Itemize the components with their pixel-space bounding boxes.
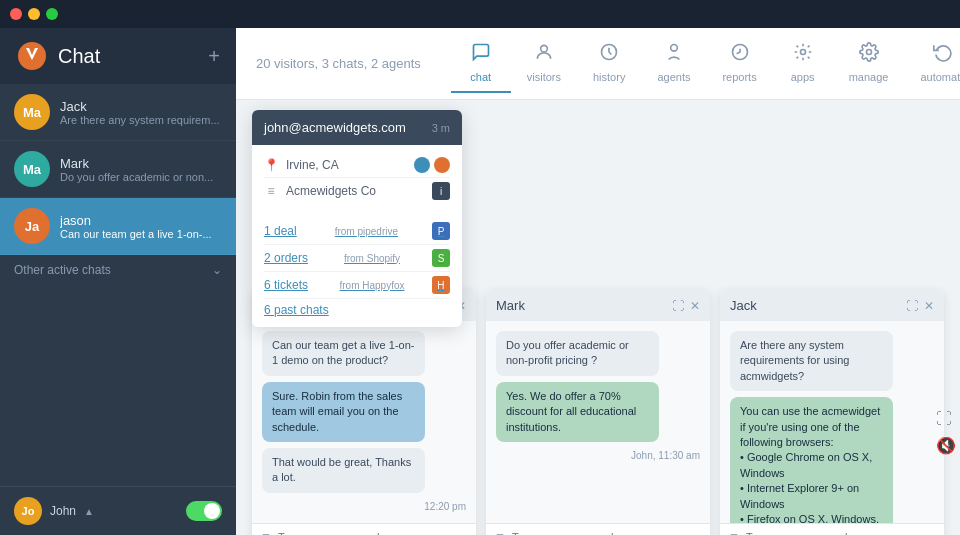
sidebar-footer: Jo John ▲ [0,486,236,535]
add-chat-button[interactable]: + [208,46,220,66]
visitor-card-header: john@acmewidgets.com 3 m [252,110,462,145]
tab-chat-label: chat [470,71,491,83]
visitor-count: 20 visitors, 3 chats, 2 agents [256,56,421,71]
vc-link-deals[interactable]: 1 deal from pipedrive P [264,218,450,245]
chat-item-jack[interactable]: Ma Jack Are there any system requirem... [0,84,236,141]
chat-item-jason[interactable]: Ja jason Can our team get a live 1-on-..… [0,198,236,255]
sidebar-header: Chat + [0,28,236,84]
chat-window-mark-messages: Do you offer academic or non-profit pric… [486,321,710,523]
message: Can our team get a live 1-on-1 demo on t… [262,331,425,376]
browser-icon [414,157,430,173]
apps-icon [793,42,813,67]
input-arrow-icon: ▼ [494,530,506,535]
chat-window-jack-actions: ⛶ ✕ [906,299,934,313]
orders-label: 2 orders [264,251,308,265]
message: You can use the acmewidget if you're usi… [730,397,893,523]
top-nav: 20 visitors, 3 chats, 2 agents chat visi… [236,28,960,100]
visitor-email: john@acmewidgets.com [264,120,406,135]
nav-tabs: chat visitors history [451,34,960,93]
reports-icon [730,42,750,67]
close-icon[interactable]: ✕ [690,299,700,313]
chat-area: john@acmewidgets.com 3 m 📍 Irvine, CA ≡ [236,100,960,535]
visitor-time: 3 m [432,122,450,134]
sidebar: Chat + Ma Jack Are there any system requ… [0,28,236,535]
visitor-card-body: 📍 Irvine, CA ≡ Acmewidgets Co i [252,145,462,212]
chevron-down-icon: ⌄ [212,263,222,277]
chat-window-jack-messages: Are there any system requirements for us… [720,321,944,523]
automate-icon [933,42,953,67]
chat-window-mark: Mark ⛶ ✕ Do you offer academic or non-pr… [486,290,710,535]
building-icon: ≡ [264,184,278,198]
tab-automate[interactable]: automate [904,34,960,93]
tab-reports[interactable]: reports [706,34,772,93]
chat-window-jack-header: Jack ⛶ ✕ [720,290,944,321]
expand-icon[interactable]: ⛶ [906,299,918,313]
tab-apps[interactable]: apps [773,34,833,93]
maximize-button[interactable] [46,8,58,20]
agents-icon [664,42,684,67]
message-time: 12:20 pm [424,501,466,512]
avatar-mark: Ma [14,151,50,187]
status-toggle[interactable] [186,501,222,521]
visitor-location: Irvine, CA [286,158,339,172]
message: Sure. Robin from the sales team will ema… [262,382,425,442]
deals-badge: P [432,222,450,240]
chat-preview-mark: Do you offer academic or non... [60,171,222,183]
chat-name-jack: Jack [60,99,222,114]
expand-icon[interactable]: ⛶ [672,299,684,313]
company-badge: i [432,182,450,200]
svg-point-3 [671,45,678,52]
location-icon: 📍 [264,158,278,172]
tab-manage-label: manage [849,71,889,83]
right-icons: ⛶ 🔇 [936,410,956,455]
close-button[interactable] [10,8,22,20]
chat-input-mark: ▼ [486,523,710,535]
chat-item-mark[interactable]: Ma Mark Do you offer academic or non... [0,141,236,198]
vc-link-orders[interactable]: 2 orders from Shopify S [264,245,450,272]
visitor-card: john@acmewidgets.com 3 m 📍 Irvine, CA ≡ [252,110,462,327]
input-arrow-icon: ▼ [260,530,272,535]
chat-window-mark-header: Mark ⛶ ✕ [486,290,710,321]
tab-agents-label: agents [657,71,690,83]
past-chats-label: 6 past chats [264,303,329,317]
message-input-jason[interactable] [278,531,468,535]
other-chats-header[interactable]: Other active chats ⌄ [0,255,236,285]
chat-list: Ma Jack Are there any system requirem...… [0,84,236,255]
vc-link-tickets[interactable]: 6 tickets from Happyfox H [264,272,450,299]
chat-preview-jack: Are there any system requirem... [60,114,222,126]
vc-link-past-chats[interactable]: 6 past chats [264,299,450,321]
visitor-location-row: 📍 Irvine, CA [264,153,450,178]
tab-reports-label: reports [722,71,756,83]
chat-window-jack: Jack ⛶ ✕ Are there any system requiremen… [720,290,944,535]
svg-point-6 [866,50,871,55]
minimize-button[interactable] [28,8,40,20]
message-input-mark[interactable] [512,531,702,535]
history-icon [599,42,619,67]
fullscreen-icon[interactable]: ⛶ [936,410,956,428]
user-avatar: Jo [14,497,42,525]
tab-agents[interactable]: agents [641,34,706,93]
visitors-icon [534,42,554,67]
tab-chat[interactable]: chat [451,34,511,93]
chat-window-mark-title: Mark [496,298,525,313]
chevron-up-icon: ▲ [84,506,94,517]
message: That would be great, Thanks a lot. [262,448,425,493]
tab-history-label: history [593,71,625,83]
chat-info-mark: Mark Do you offer academic or non... [60,156,222,183]
tab-history[interactable]: history [577,34,641,93]
svg-point-5 [800,50,805,55]
volume-icon[interactable]: 🔇 [936,436,956,455]
orders-sub: from Shopify [344,253,400,264]
sidebar-title: Chat [58,45,100,68]
other-chats-label: Other active chats [14,263,111,277]
user-area[interactable]: Jo John ▲ [14,497,94,525]
message-input-jack[interactable] [746,531,936,535]
chat-info-jason: jason Can our team get a live 1-on-... [60,213,222,240]
close-icon[interactable]: ✕ [924,299,934,313]
sidebar-title-area: Chat [16,40,100,72]
chat-window-jack-title: Jack [730,298,757,313]
main-content: 20 visitors, 3 chats, 2 agents chat visi… [236,28,960,535]
tab-visitors[interactable]: visitors [511,34,577,93]
input-arrow-icon: ▼ [728,530,740,535]
tab-manage[interactable]: manage [833,34,905,93]
